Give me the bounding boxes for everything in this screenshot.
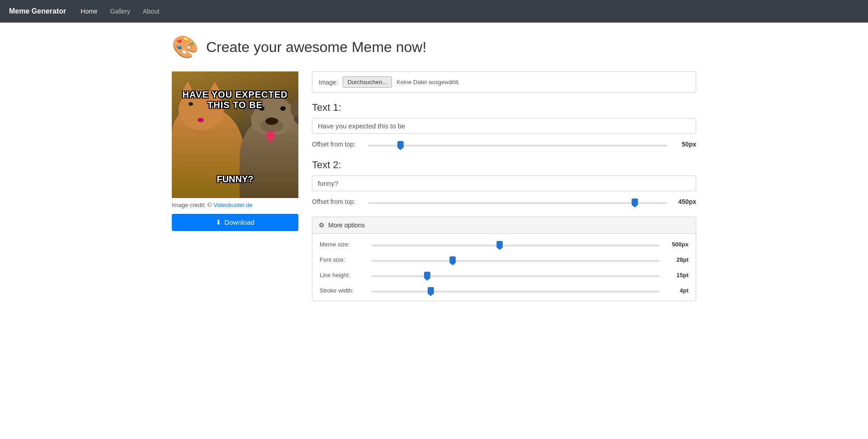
image-credit: Image credit: © Videobuster.de — [172, 202, 298, 208]
nav-home[interactable]: Home — [75, 5, 103, 18]
meme-preview: HAVE YOU EXPECTED THIS TO BE FUNNY? — [172, 71, 298, 198]
meme-text-top: HAVE YOU EXPECTED THIS TO BE — [172, 90, 298, 110]
text2-input[interactable] — [312, 175, 696, 191]
text1-offset-slider[interactable] — [368, 145, 667, 146]
file-browse-button[interactable]: Durchsuchen... — [343, 76, 392, 88]
more-options-body: Meme size: 500px Font size: 28pt — [312, 234, 696, 301]
main-container: 🎨 Create your awesome Meme now! — [163, 23, 705, 315]
line-height-value: 15pt — [666, 272, 689, 279]
image-upload-row: Image: Durchsuchen... Keine Datei ausgew… — [312, 71, 696, 93]
stroke-width-slider-container — [371, 286, 660, 294]
font-size-row: Font size: 28pt — [320, 255, 689, 264]
gear-icon: ⚙ — [319, 222, 325, 229]
dog-tongue — [266, 132, 274, 142]
line-height-label: Line height: — [320, 272, 365, 279]
meme-size-label: Meme size: — [320, 241, 365, 248]
page-header: 🎨 Create your awesome Meme now! — [172, 36, 696, 58]
text2-offset-value: 450px — [674, 198, 696, 205]
more-options-label: More options — [328, 222, 365, 229]
more-options-panel: ⚙ More options Meme size: 500px Font s — [312, 217, 696, 301]
navbar-brand: Meme Generator — [9, 7, 66, 15]
text1-section: Text 1: Offset from top: 50px — [312, 102, 696, 148]
page-title: Create your awesome Meme now! — [206, 39, 426, 56]
text1-offset-label: Offset from top: — [312, 141, 362, 148]
stroke-width-slider[interactable] — [371, 291, 660, 293]
cat-nose — [198, 118, 204, 122]
nav-about[interactable]: About — [137, 5, 165, 18]
right-column: Image: Durchsuchen... Keine Datei ausgew… — [312, 71, 696, 301]
left-column: HAVE YOU EXPECTED THIS TO BE FUNNY? Imag… — [172, 71, 298, 231]
font-size-slider[interactable] — [371, 260, 660, 262]
content-row: HAVE YOU EXPECTED THIS TO BE FUNNY? Imag… — [172, 71, 696, 301]
stroke-width-label: Stroke width: — [320, 287, 365, 294]
text2-offset-slider[interactable] — [368, 202, 667, 204]
more-options-header: ⚙ More options — [312, 217, 696, 234]
text1-title: Text 1: — [312, 102, 696, 113]
text1-offset-value: 50px — [674, 141, 696, 148]
text2-offset-label: Offset from top: — [312, 198, 362, 205]
line-height-slider[interactable] — [371, 275, 660, 277]
stroke-width-row: Stroke width: 4pt — [320, 286, 689, 294]
line-height-row: Line height: 15pt — [320, 271, 689, 279]
dog-nose — [265, 118, 278, 125]
meme-size-value: 500px — [666, 241, 689, 248]
text2-slider-container — [368, 198, 667, 206]
meme-size-slider[interactable] — [371, 245, 660, 246]
text2-section: Text 2: Offset from top: 450px — [312, 159, 696, 206]
file-no-selected: Keine Datei ausgewählt. — [396, 79, 460, 85]
brush-icon: 🎨 — [172, 36, 199, 58]
navbar-nav: Home Gallery About — [75, 5, 165, 18]
image-credit-link[interactable]: Videobuster.de — [213, 202, 253, 208]
font-size-slider-container — [371, 255, 660, 264]
meme-text-bottom: FUNNY? — [172, 174, 298, 184]
nav-gallery[interactable]: Gallery — [105, 5, 136, 18]
font-size-value: 28pt — [666, 256, 689, 263]
download-icon: ⬇ — [216, 218, 222, 226]
stroke-width-value: 4pt — [666, 287, 689, 294]
navbar: Meme Generator Home Gallery About — [0, 0, 868, 23]
image-label: Image: — [319, 79, 338, 86]
font-size-label: Font size: — [320, 256, 365, 263]
line-height-slider-container — [371, 271, 660, 279]
meme-size-row: Meme size: 500px — [320, 240, 689, 248]
text1-input[interactable] — [312, 118, 696, 134]
text1-slider-container — [368, 140, 667, 148]
text1-offset-row: Offset from top: 50px — [312, 140, 696, 148]
meme-size-slider-container — [371, 240, 660, 248]
text2-title: Text 2: — [312, 159, 696, 171]
text2-offset-row: Offset from top: 450px — [312, 198, 696, 206]
download-button[interactable]: ⬇Download — [172, 214, 298, 231]
